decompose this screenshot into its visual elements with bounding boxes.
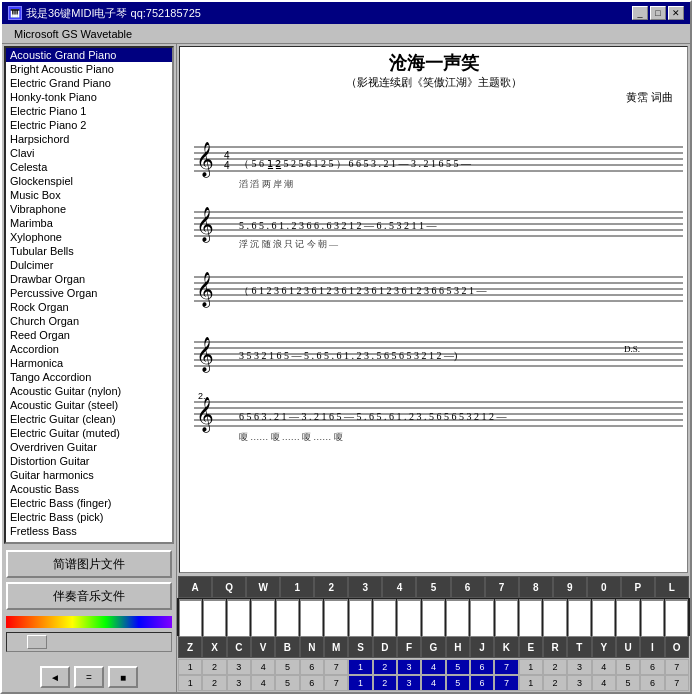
- piano-white-key[interactable]: [422, 599, 445, 637]
- piano-white-key[interactable]: [276, 599, 299, 637]
- piano-white-key[interactable]: [616, 599, 639, 637]
- piano-white-key[interactable]: [568, 599, 591, 637]
- maximize-button[interactable]: □: [650, 6, 666, 20]
- top-key-label[interactable]: 4: [382, 576, 416, 598]
- piano-white-key[interactable]: [665, 599, 688, 637]
- piano-white-key[interactable]: [179, 599, 202, 637]
- instrument-item[interactable]: Harmonica: [6, 356, 172, 370]
- instrument-item[interactable]: Overdriven Guitar: [6, 440, 172, 454]
- bottom-key-label[interactable]: F: [397, 636, 421, 658]
- piano-white-key[interactable]: [373, 599, 396, 637]
- instrument-item[interactable]: Percussive Organ: [6, 286, 172, 300]
- piano-white-key[interactable]: [470, 599, 493, 637]
- instrument-item[interactable]: Tango Accordion: [6, 370, 172, 384]
- instrument-item[interactable]: Distortion Guitar: [6, 454, 172, 468]
- piano-white-key[interactable]: [641, 599, 664, 637]
- top-key-label[interactable]: W: [246, 576, 280, 598]
- bottom-key-label[interactable]: G: [421, 636, 445, 658]
- top-key-label[interactable]: Q: [212, 576, 246, 598]
- bottom-key-label[interactable]: O: [665, 636, 689, 658]
- instrument-item[interactable]: Xylophone: [6, 230, 172, 244]
- top-key-label[interactable]: 2: [314, 576, 348, 598]
- instrument-item[interactable]: Electric Bass (pick): [6, 510, 172, 524]
- score-image-button[interactable]: 简谱图片文件: [6, 550, 172, 578]
- piano-white-key[interactable]: [251, 599, 274, 637]
- instrument-item[interactable]: Reed Organ: [6, 328, 172, 342]
- instrument-item[interactable]: Vibraphone: [6, 202, 172, 216]
- menu-item-wavetable[interactable]: Microsoft GS Wavetable: [6, 26, 140, 42]
- minimize-button[interactable]: _: [632, 6, 648, 20]
- bottom-key-label[interactable]: J: [470, 636, 494, 658]
- bottom-key-label[interactable]: Y: [592, 636, 616, 658]
- bottom-key-label[interactable]: M: [324, 636, 348, 658]
- bottom-key-label[interactable]: C: [227, 636, 251, 658]
- bottom-key-label[interactable]: N: [300, 636, 324, 658]
- top-key-label[interactable]: 5: [416, 576, 450, 598]
- bottom-key-label[interactable]: U: [616, 636, 640, 658]
- instrument-item[interactable]: Electric Guitar (clean): [6, 412, 172, 426]
- piano-white-key[interactable]: [397, 599, 420, 637]
- top-key-label[interactable]: L: [655, 576, 689, 598]
- instrument-list-container[interactable]: Acoustic Grand PianoBright Acoustic Pian…: [4, 46, 174, 544]
- instrument-item[interactable]: Clavi: [6, 146, 172, 160]
- instrument-item[interactable]: Drawbar Organ: [6, 272, 172, 286]
- top-key-label[interactable]: P: [621, 576, 655, 598]
- top-key-label[interactable]: 1: [280, 576, 314, 598]
- bottom-key-label[interactable]: R: [543, 636, 567, 658]
- piano-white-key[interactable]: [592, 599, 615, 637]
- instrument-item[interactable]: Electric Piano 2: [6, 118, 172, 132]
- top-key-label[interactable]: 9: [553, 576, 587, 598]
- instrument-item[interactable]: Bright Acoustic Piano: [6, 62, 172, 76]
- close-button[interactable]: ✕: [668, 6, 684, 20]
- bottom-key-label[interactable]: T: [567, 636, 591, 658]
- instrument-item[interactable]: Celesta: [6, 160, 172, 174]
- slider-thumb[interactable]: [27, 635, 47, 649]
- piano-white-key[interactable]: [324, 599, 347, 637]
- instrument-item[interactable]: Electric Guitar (muted): [6, 426, 172, 440]
- piano-white-key[interactable]: [446, 599, 469, 637]
- bottom-key-label[interactable]: Z: [178, 636, 202, 658]
- play-pause-button[interactable]: =: [74, 666, 104, 688]
- prev-button[interactable]: ◄: [40, 666, 70, 688]
- instrument-item[interactable]: Marimba: [6, 216, 172, 230]
- bottom-key-label[interactable]: S: [348, 636, 372, 658]
- bottom-key-label[interactable]: D: [373, 636, 397, 658]
- instrument-item[interactable]: Electric Bass (finger): [6, 496, 172, 510]
- instrument-item[interactable]: Honky-tonk Piano: [6, 90, 172, 104]
- bottom-key-label[interactable]: H: [446, 636, 470, 658]
- instrument-item[interactable]: Fretless Bass: [6, 524, 172, 538]
- piano-white-key[interactable]: [495, 599, 518, 637]
- instrument-item[interactable]: Dulcimer: [6, 258, 172, 272]
- instrument-item[interactable]: Rock Organ: [6, 300, 172, 314]
- instrument-item[interactable]: Guitar harmonics: [6, 468, 172, 482]
- top-key-label[interactable]: 8: [519, 576, 553, 598]
- piano-white-key[interactable]: [203, 599, 226, 637]
- instrument-item[interactable]: Music Box: [6, 188, 172, 202]
- instrument-item[interactable]: Acoustic Grand Piano: [6, 48, 172, 62]
- bottom-key-label[interactable]: E: [519, 636, 543, 658]
- top-key-label[interactable]: 6: [451, 576, 485, 598]
- top-key-label[interactable]: A: [178, 576, 212, 598]
- piano-white-key[interactable]: [227, 599, 250, 637]
- instrument-list[interactable]: Acoustic Grand PianoBright Acoustic Pian…: [6, 48, 172, 542]
- instrument-item[interactable]: Acoustic Bass: [6, 482, 172, 496]
- bottom-key-label[interactable]: I: [640, 636, 664, 658]
- bottom-key-label[interactable]: X: [202, 636, 226, 658]
- top-key-label[interactable]: 0: [587, 576, 621, 598]
- instrument-item[interactable]: Electric Piano 1: [6, 104, 172, 118]
- piano-white-key[interactable]: [349, 599, 372, 637]
- instrument-item[interactable]: Tubular Bells: [6, 244, 172, 258]
- instrument-item[interactable]: Electric Grand Piano: [6, 76, 172, 90]
- stop-button[interactable]: ■: [108, 666, 138, 688]
- instrument-item[interactable]: Glockenspiel: [6, 174, 172, 188]
- piano-white-key[interactable]: [519, 599, 542, 637]
- instrument-item[interactable]: Accordion: [6, 342, 172, 356]
- piano-white-key[interactable]: [543, 599, 566, 637]
- bottom-key-label[interactable]: K: [494, 636, 518, 658]
- music-file-button[interactable]: 伴奏音乐文件: [6, 582, 172, 610]
- top-key-label[interactable]: 3: [348, 576, 382, 598]
- bottom-key-label[interactable]: V: [251, 636, 275, 658]
- slider-bar[interactable]: [6, 632, 172, 652]
- instrument-item[interactable]: Church Organ: [6, 314, 172, 328]
- instrument-item[interactable]: Harpsichord: [6, 132, 172, 146]
